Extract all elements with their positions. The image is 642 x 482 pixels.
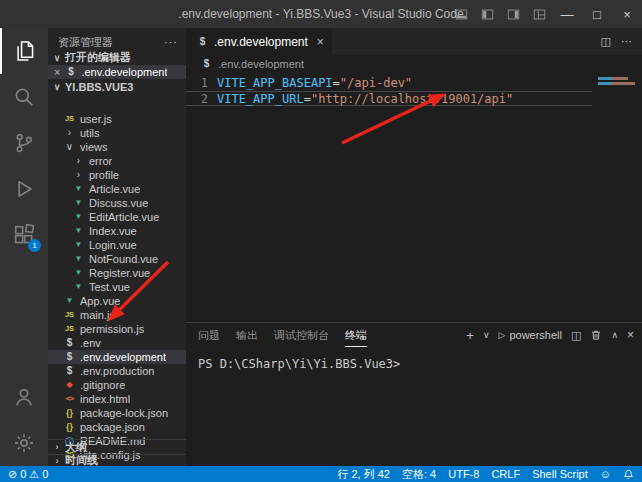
- settings-gear-icon[interactable]: [0, 420, 48, 466]
- indentation[interactable]: 空格: 4: [402, 467, 436, 482]
- tree-item-label: Discuss.vue: [89, 197, 148, 209]
- code-line-2[interactable]: 2 VITE_APP_URL = "http://localhost:19001…: [186, 91, 592, 106]
- run-debug-icon[interactable]: [0, 166, 48, 212]
- panel-tab[interactable]: 调试控制台: [274, 324, 329, 347]
- tree-item[interactable]: › utils: [48, 126, 186, 140]
- more-actions-icon[interactable]: ⋯: [621, 35, 632, 48]
- chevron-down-icon: ∨: [52, 82, 62, 92]
- panel-tab[interactable]: 终端: [345, 324, 367, 347]
- notifications-bell-icon[interactable]: [623, 469, 634, 480]
- problems-status[interactable]: ⊘ 0 ⚠ 0: [8, 468, 48, 481]
- code-line-1[interactable]: 1 VITE_APP_BASEAPI = "/api-dev": [186, 76, 592, 91]
- toggle-panel-icon[interactable]: [448, 0, 474, 28]
- feedback-smiley-icon[interactable]: ☺: [600, 468, 611, 480]
- eol-sequence[interactable]: CRLF: [491, 468, 520, 480]
- panel-tab[interactable]: 问题: [198, 324, 220, 347]
- shell-picker[interactable]: ▷ powershell: [498, 329, 562, 341]
- js-icon: JS: [63, 114, 76, 124]
- vue-icon: ▼: [72, 268, 85, 278]
- breadcrumb-filename: .env.development: [218, 58, 304, 70]
- vue-icon: ▼: [72, 184, 85, 194]
- tree-item[interactable]: ▼ Login.vue: [48, 238, 186, 252]
- cursor-position[interactable]: 行 2, 列 42: [337, 467, 390, 482]
- minimap[interactable]: [598, 77, 636, 87]
- close-icon[interactable]: ×: [54, 66, 60, 78]
- tree-item-label: .gitignore: [80, 379, 125, 391]
- maximize-panel-icon[interactable]: ∧: [611, 330, 618, 340]
- tree-item[interactable]: › profile: [48, 168, 186, 182]
- accounts-icon[interactable]: [0, 374, 48, 420]
- tab-close-icon[interactable]: ×: [313, 35, 324, 49]
- search-icon[interactable]: [0, 74, 48, 120]
- tree-item[interactable]: {} package.json: [48, 420, 186, 434]
- new-terminal-icon[interactable]: +: [466, 328, 474, 343]
- code-editor[interactable]: 1 VITE_APP_BASEAPI = "/api-dev" 2 VITE_A…: [186, 72, 642, 322]
- tree-item[interactable]: ▼ EditArticle.vue: [48, 210, 186, 224]
- extensions-icon[interactable]: 1: [0, 212, 48, 258]
- tree-item[interactable]: JS permission.js: [48, 322, 186, 336]
- line-number: 1: [186, 76, 208, 91]
- tree-item[interactable]: ◆ .gitignore: [48, 378, 186, 392]
- vue-icon: ▼: [72, 254, 85, 264]
- open-editors-section-header[interactable]: ∨ 打开的编辑器: [48, 50, 186, 65]
- close-button[interactable]: ×: [612, 0, 642, 28]
- customize-layout-icon[interactable]: [526, 0, 552, 28]
- maximize-button[interactable]: □: [582, 0, 612, 28]
- tree-item-label: .env: [80, 337, 101, 349]
- tree-item-label: profile: [89, 169, 119, 181]
- git-icon: ◆: [63, 380, 76, 390]
- sidebar-more-actions-icon[interactable]: ···: [164, 36, 178, 48]
- tree-item[interactable]: {} package-lock.json: [48, 406, 186, 420]
- kill-terminal-icon[interactable]: [590, 329, 602, 341]
- timeline-label: 时间线: [65, 453, 98, 466]
- vue-icon: ▼: [72, 282, 85, 292]
- breadcrumb[interactable]: $ .env.development: [186, 55, 642, 72]
- minimize-button[interactable]: —: [552, 0, 582, 28]
- play-icon: ▷: [498, 330, 505, 340]
- sidebar-title: 资源管理器: [58, 35, 113, 50]
- project-name-label: YI.BBS.VUE3: [65, 81, 133, 93]
- tree-item[interactable]: $ .env: [48, 336, 186, 350]
- toggle-sidebar-icon[interactable]: [474, 0, 500, 28]
- variable-token: VITE_APP_BASEAPI: [217, 76, 333, 91]
- split-terminal-icon[interactable]: ◫: [571, 329, 581, 342]
- tree-item[interactable]: ▼ Index.vue: [48, 224, 186, 238]
- shell-icon: $: [63, 366, 76, 376]
- explorer-icon[interactable]: [0, 28, 48, 74]
- tree-item[interactable]: ▼ Register.vue: [48, 266, 186, 280]
- timeline-section-header[interactable]: › 时间线: [48, 454, 186, 466]
- tree-item[interactable]: JS user.js: [48, 112, 186, 126]
- tree-item[interactable]: $ .env.development: [48, 350, 186, 364]
- split-editor-icon[interactable]: ◫: [601, 35, 611, 48]
- tree-item[interactable]: ▼ Article.vue: [48, 182, 186, 196]
- close-panel-icon[interactable]: ×: [627, 328, 634, 342]
- tree-item[interactable]: ▼ Test.vue: [48, 280, 186, 294]
- panel-tab[interactable]: 输出: [236, 324, 258, 347]
- toggle-secondary-sidebar-icon[interactable]: [500, 0, 526, 28]
- tree-item[interactable]: › error: [48, 154, 186, 168]
- tree-item[interactable]: JS main.js: [48, 308, 186, 322]
- tree-item[interactable]: ∨ views: [48, 140, 186, 154]
- terminal[interactable]: PS D:\CSharp\Yi\Yi.BBS.Vue3>: [186, 347, 642, 466]
- activity-bar: 1: [0, 28, 48, 466]
- outline-section-header[interactable]: › 大纲: [48, 439, 186, 454]
- explorer-sidebar: 资源管理器 ··· ∨ 打开的编辑器 × $ .env.development …: [48, 28, 186, 466]
- encoding[interactable]: UTF-8: [448, 468, 479, 480]
- open-editor-item[interactable]: × $ .env.development: [48, 65, 186, 79]
- tree-item[interactable]: $ .env.production: [48, 364, 186, 378]
- tree-item-label: Index.vue: [89, 225, 137, 237]
- tree-item-label: Register.vue: [89, 267, 150, 279]
- shell-name: powershell: [509, 329, 562, 341]
- tree-item[interactable]: ▼ App.vue: [48, 294, 186, 308]
- language-mode[interactable]: Shell Script: [532, 468, 588, 480]
- tab-env-development[interactable]: $ .env.development ×: [186, 28, 332, 55]
- tree-item[interactable]: ▼ NotFound.vue: [48, 252, 186, 266]
- shell-icon: $: [63, 338, 76, 348]
- warning-count: 0: [42, 468, 48, 480]
- source-control-icon[interactable]: [0, 120, 48, 166]
- terminal-profile-chevron-icon[interactable]: ∨: [483, 330, 490, 340]
- tree-item[interactable]: <> index.html: [48, 392, 186, 406]
- tree-item[interactable]: ▼ Discuss.vue: [48, 196, 186, 210]
- project-section-header[interactable]: ∨ YI.BBS.VUE3: [48, 79, 186, 94]
- warning-icon: ⚠: [29, 468, 39, 481]
